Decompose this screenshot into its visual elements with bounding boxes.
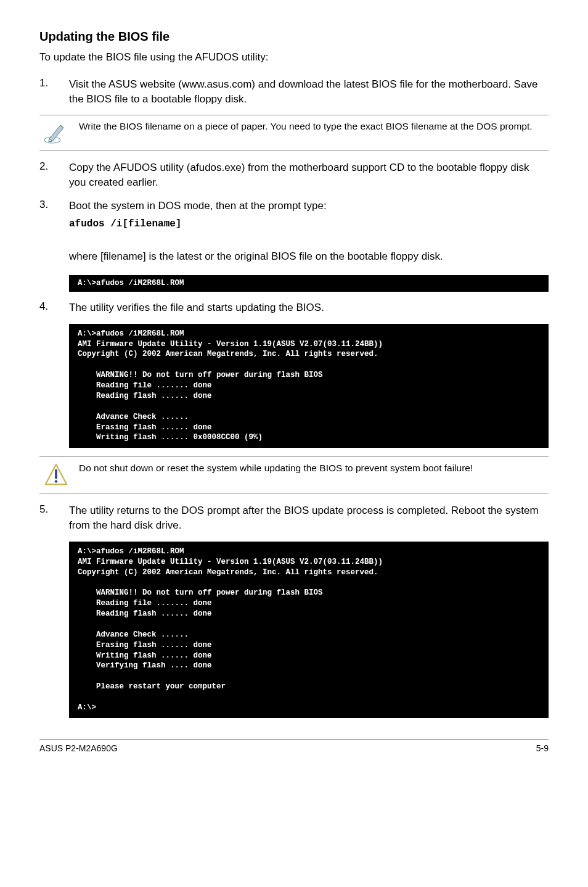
footer-left: ASUS P2-M2A690G <box>39 743 118 753</box>
warning-note-text: Do not shut down or reset the system whi… <box>79 462 549 475</box>
step-1-number: 1. <box>39 77 69 107</box>
footer-right: 5-9 <box>536 743 549 753</box>
step-2-number: 2. <box>39 160 69 190</box>
intro-text: To update the BIOS file using the AFUDOS… <box>39 50 549 65</box>
step-4-body: The utility verifies the file and starts… <box>69 300 549 315</box>
note-box-warning: Do not shut down or reset the system whi… <box>39 456 549 493</box>
step-2-body: Copy the AFUDOS utility (afudos.exe) fro… <box>69 160 549 190</box>
command-text: afudos /i[filename] <box>69 217 549 231</box>
warning-icon <box>39 462 79 488</box>
note-box-pencil: Write the BIOS filename on a piece of pa… <box>39 115 549 151</box>
section-heading: Updating the BIOS file <box>39 30 549 44</box>
terminal-output-2: A:\>afudos /iM2R68L.ROM AMI Firmware Upd… <box>69 324 549 448</box>
note-1-text: Write the BIOS filename on a piece of pa… <box>79 120 549 133</box>
pencil-icon <box>39 120 79 145</box>
step-3-para: where [filename] is the latest or the or… <box>69 249 549 264</box>
step-1-body: Visit the ASUS website (www.asus.com) an… <box>69 77 549 107</box>
step-5-number: 5. <box>39 503 69 533</box>
step-3-body: Boot the system in DOS mode, then at the… <box>69 199 549 241</box>
step-4-number: 4. <box>39 300 69 315</box>
terminal-output-3: A:\>afudos /iM2R68L.ROM AMI Firmware Upd… <box>69 542 549 718</box>
terminal-output-1: A:\>afudos /iM2R68L.ROM <box>69 275 549 292</box>
step-3-number: 3. <box>39 199 69 241</box>
svg-point-4 <box>55 481 57 483</box>
step-5-body: The utility returns to the DOS prompt af… <box>69 503 549 533</box>
step-3-text: Boot the system in DOS mode, then at the… <box>69 200 327 212</box>
